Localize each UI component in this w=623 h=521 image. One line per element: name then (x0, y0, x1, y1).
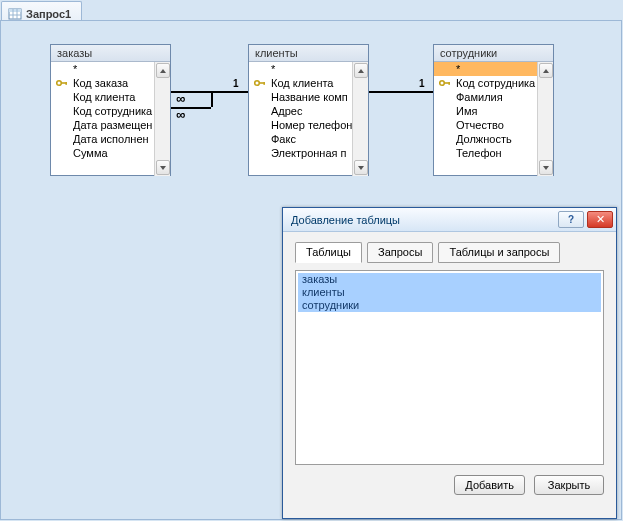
field-item[interactable]: Отчество (434, 118, 537, 132)
field-item[interactable]: Телефон (434, 146, 537, 160)
field-item[interactable]: Фамилия (434, 90, 537, 104)
field-item[interactable]: * (434, 62, 537, 76)
field-item[interactable]: Дата размещен (51, 118, 154, 132)
svg-rect-7 (66, 82, 67, 85)
table-field-list: *Код клиентаНазвание компАдресНомер теле… (249, 62, 368, 176)
close-icon: ✕ (596, 213, 605, 226)
field-item[interactable]: Код сотрудника (51, 104, 154, 118)
tab-tables[interactable]: Таблицы (295, 242, 362, 263)
close-dialog-button[interactable]: Закрыть (534, 475, 604, 495)
primary-key-icon (254, 78, 266, 88)
dialog-body: Таблицы Запросы Таблицы и запросы заказы… (283, 232, 616, 503)
tab-both[interactable]: Таблицы и запросы (438, 242, 560, 263)
scroll-down-button[interactable] (539, 160, 553, 175)
scroll-up-button[interactable] (539, 63, 553, 78)
list-item[interactable]: сотрудники (298, 299, 601, 312)
relation-one-label: 1 (419, 78, 425, 89)
query-tab[interactable]: Запрос1 (1, 1, 82, 22)
field-item[interactable]: Адрес (249, 104, 352, 118)
chevron-down-icon (358, 166, 364, 170)
table-title[interactable]: сотрудники (434, 45, 553, 62)
chevron-down-icon (543, 166, 549, 170)
field-item[interactable]: Факс (249, 132, 352, 146)
scrollbar[interactable] (537, 62, 553, 176)
relation-line (211, 91, 213, 107)
field-item[interactable]: Имя (434, 104, 537, 118)
table-window[interactable]: сотрудники*Код сотрудникаФамилияИмяОтчес… (433, 44, 554, 176)
add-table-dialog: Добавление таблицы ? ✕ Таблицы Запросы Т… (282, 207, 617, 519)
tab-queries[interactable]: Запросы (367, 242, 433, 263)
list-item[interactable]: клиенты (298, 286, 601, 299)
scroll-up-button[interactable] (156, 63, 170, 78)
table-window[interactable]: клиенты*Код клиентаНазвание компАдресНом… (248, 44, 369, 176)
scrollbar[interactable] (352, 62, 368, 176)
field-item[interactable]: Код клиента (51, 90, 154, 104)
help-button[interactable]: ? (558, 211, 584, 228)
primary-key-icon (56, 78, 68, 88)
table-title[interactable]: клиенты (249, 45, 368, 62)
scroll-down-button[interactable] (156, 160, 170, 175)
table-field-list: *Код сотрудникаФамилияИмяОтчествоДолжнос… (434, 62, 553, 176)
query-tab-label: Запрос1 (26, 8, 71, 20)
field-item[interactable]: Код заказа (51, 76, 154, 90)
scroll-down-button[interactable] (354, 160, 368, 175)
dialog-titlebar[interactable]: Добавление таблицы ? ✕ (283, 208, 616, 232)
chevron-down-icon (160, 166, 166, 170)
table-window[interactable]: заказы*Код заказаКод клиентаКод сотрудни… (50, 44, 171, 176)
field-item[interactable]: Название комп (249, 90, 352, 104)
field-item[interactable]: Код сотрудника (434, 76, 537, 90)
dialog-title-text: Добавление таблицы (291, 214, 400, 226)
chevron-up-icon (358, 69, 364, 73)
field-item[interactable]: Код клиента (249, 76, 352, 90)
table-listbox[interactable]: заказы клиенты сотрудники (295, 270, 604, 465)
svg-rect-13 (449, 82, 450, 85)
scroll-up-button[interactable] (354, 63, 368, 78)
relation-many-label: ∞ (176, 91, 185, 106)
dialog-button-row: Добавить Закрыть (295, 475, 604, 495)
svg-rect-10 (264, 82, 265, 85)
list-item[interactable]: заказы (298, 273, 601, 286)
primary-key-icon (439, 78, 451, 88)
query-design-surface[interactable]: 1 ∞ ∞ 1 заказы*Код заказаКод клиентаКод … (0, 20, 622, 520)
field-item[interactable]: Номер телефон (249, 118, 352, 132)
add-button[interactable]: Добавить (454, 475, 525, 495)
svg-rect-1 (9, 9, 21, 12)
dialog-tabset: Таблицы Запросы Таблицы и запросы (295, 242, 604, 262)
field-item[interactable]: * (51, 62, 154, 76)
query-datasheet-icon (8, 7, 22, 21)
svg-point-5 (57, 81, 62, 86)
help-icon: ? (568, 214, 574, 225)
close-button[interactable]: ✕ (587, 211, 613, 228)
field-item[interactable]: * (249, 62, 352, 76)
field-item[interactable]: Сумма (51, 146, 154, 160)
table-title[interactable]: заказы (51, 45, 170, 62)
field-item[interactable]: Должность (434, 132, 537, 146)
svg-point-8 (255, 81, 260, 86)
relation-one-label: 1 (233, 78, 239, 89)
field-item[interactable]: Электронная п (249, 146, 352, 160)
relation-many-label: ∞ (176, 107, 185, 122)
scrollbar[interactable] (154, 62, 170, 176)
svg-point-11 (440, 81, 445, 86)
chevron-up-icon (543, 69, 549, 73)
table-field-list: *Код заказаКод клиентаКод сотрудникаДата… (51, 62, 170, 176)
relation-line (369, 91, 433, 93)
field-item[interactable]: Дата исполнен (51, 132, 154, 146)
chevron-up-icon (160, 69, 166, 73)
